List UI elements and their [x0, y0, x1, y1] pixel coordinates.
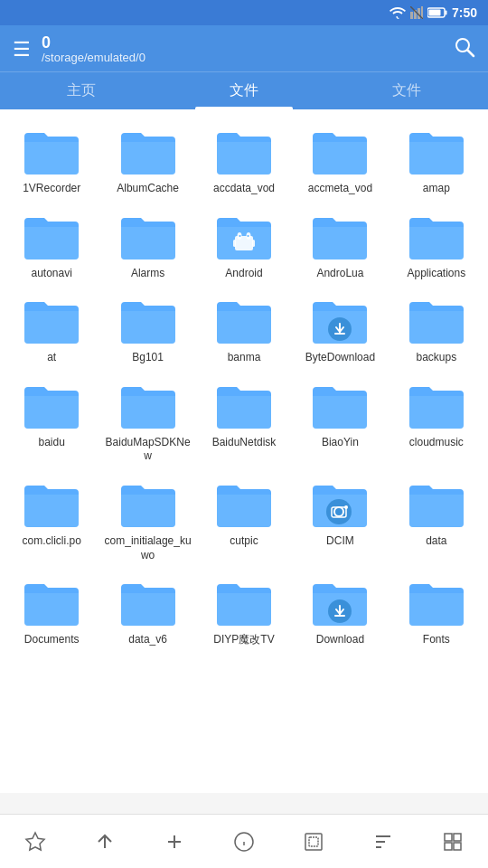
folder-icon: [213, 378, 275, 432]
svg-rect-15: [233, 240, 236, 247]
file-item[interactable]: data_v6: [99, 568, 195, 653]
file-name: Alarms: [131, 267, 164, 281]
file-name: amap: [423, 182, 450, 196]
tab-files[interactable]: 文件: [163, 72, 325, 109]
select-button[interactable]: [294, 822, 333, 862]
file-item[interactable]: Fonts: [389, 568, 484, 653]
file-name: banma: [228, 351, 261, 365]
folder-icon: [213, 476, 275, 531]
header-left: ☰ 0 /storage/emulated/0: [13, 34, 145, 64]
folder-icon: [21, 476, 82, 531]
svg-rect-35: [309, 837, 318, 846]
folder-icon: [309, 378, 371, 432]
svg-line-9: [468, 50, 474, 56]
file-name: BaiduNetdisk: [212, 436, 277, 450]
wifi-icon: [389, 6, 406, 19]
file-name: baidu: [39, 436, 65, 450]
file-name: Bg101: [132, 351, 164, 365]
tab-bar: 主页 文件 文件: [0, 71, 488, 109]
file-name: DIYP魔改TV: [213, 633, 274, 647]
file-name: BaiduMapSDKNew: [103, 436, 192, 464]
file-item[interactable]: BiaoYin: [292, 371, 388, 469]
file-item[interactable]: Alarms: [99, 202, 195, 287]
grid-row: autonavi Alarms Android AndroLua Applica…: [4, 202, 484, 287]
folder-icon: [406, 476, 467, 531]
file-name: Documents: [24, 633, 80, 647]
svg-rect-39: [445, 834, 452, 841]
folder-icon: [117, 293, 179, 347]
svg-rect-40: [454, 834, 461, 841]
file-item[interactable]: BaiduMapSDKNew: [99, 371, 195, 469]
grid-row: baidu BaiduMapSDKNew BaiduNetdisk BiaoYi…: [4, 371, 484, 469]
file-item[interactable]: baidu: [4, 371, 99, 469]
folder-icon: [213, 575, 275, 629]
file-item[interactable]: accdata_vod: [196, 117, 292, 202]
file-item[interactable]: DIYP魔改TV: [196, 568, 292, 653]
svg-point-20: [326, 499, 352, 524]
file-item[interactable]: Download: [292, 568, 388, 653]
file-name: data_v6: [128, 633, 167, 647]
info-button[interactable]: [224, 822, 264, 862]
grid-button[interactable]: [433, 822, 473, 862]
file-item[interactable]: accmeta_vod: [292, 117, 388, 202]
file-item[interactable]: at: [4, 286, 99, 371]
file-name: Android: [225, 267, 262, 281]
file-item[interactable]: Bg101: [99, 286, 195, 371]
file-item[interactable]: Applications: [389, 202, 484, 287]
tab-file2[interactable]: 文件: [325, 72, 488, 109]
file-item[interactable]: Documents: [4, 568, 99, 653]
folder-icon: [309, 293, 371, 347]
folder-icon: [406, 209, 467, 263]
folder-icon: [21, 575, 82, 629]
file-item[interactable]: com_initialage_kuwo: [99, 469, 195, 568]
folder-icon: [21, 378, 82, 432]
signal-icon: [410, 6, 423, 19]
file-item[interactable]: backups: [389, 286, 484, 371]
file-item[interactable]: Android: [196, 202, 292, 287]
folder-icon: [406, 378, 467, 432]
favorite-button[interactable]: [15, 822, 55, 862]
file-name: AndroLua: [316, 267, 363, 281]
current-path: /storage/emulated/0: [42, 51, 145, 64]
sort-button[interactable]: [363, 822, 403, 862]
up-button[interactable]: [85, 822, 125, 862]
svg-point-14: [248, 235, 249, 237]
svg-rect-34: [305, 834, 322, 850]
file-count: 0: [42, 34, 145, 51]
folder-icon: [406, 575, 467, 629]
file-item[interactable]: BaiduNetdisk: [196, 371, 292, 469]
file-name: cloudmusic: [409, 436, 464, 450]
folder-icon: [21, 293, 82, 347]
grid-row: Documents data_v6 DIYP魔改TV Download Font…: [4, 568, 484, 653]
grid-row: 1VRecorder AlbumCache accdata_vod accmet…: [4, 117, 484, 202]
file-item[interactable]: data: [389, 469, 484, 568]
folder-icon: [406, 293, 467, 347]
file-name: com_initialage_kuwo: [103, 534, 192, 562]
folder-icon: [309, 209, 371, 263]
file-item[interactable]: AndroLua: [292, 202, 388, 287]
file-name: 1VRecorder: [23, 182, 80, 196]
file-item[interactable]: ByteDownload: [292, 286, 388, 371]
file-item[interactable]: amap: [389, 117, 484, 202]
folder-icon: [117, 124, 179, 178]
file-item[interactable]: autonavi: [4, 202, 99, 287]
add-button[interactable]: [155, 822, 194, 862]
file-name: DCIM: [326, 534, 354, 549]
file-name: ByteDownload: [305, 351, 375, 365]
file-item[interactable]: 1VRecorder: [4, 117, 99, 202]
status-icons: 7:50: [389, 5, 477, 20]
battery-icon: [427, 7, 447, 18]
file-item[interactable]: AlbumCache: [99, 117, 195, 202]
menu-icon[interactable]: ☰: [13, 38, 31, 61]
header-path: 0 /storage/emulated/0: [42, 34, 145, 64]
folder-icon: [117, 476, 179, 531]
file-item[interactable]: DCIM: [292, 469, 388, 568]
file-item[interactable]: banma: [196, 286, 292, 371]
status-bar: 7:50: [0, 0, 488, 25]
file-item[interactable]: cloudmusic: [389, 371, 484, 469]
file-item[interactable]: cutpic: [196, 469, 292, 568]
grid-row: com.clicli.po com_initialage_kuwo cutpic…: [4, 469, 484, 568]
tab-home[interactable]: 主页: [0, 72, 163, 109]
file-item[interactable]: com.clicli.po: [4, 469, 99, 568]
search-icon[interactable]: [454, 36, 475, 63]
